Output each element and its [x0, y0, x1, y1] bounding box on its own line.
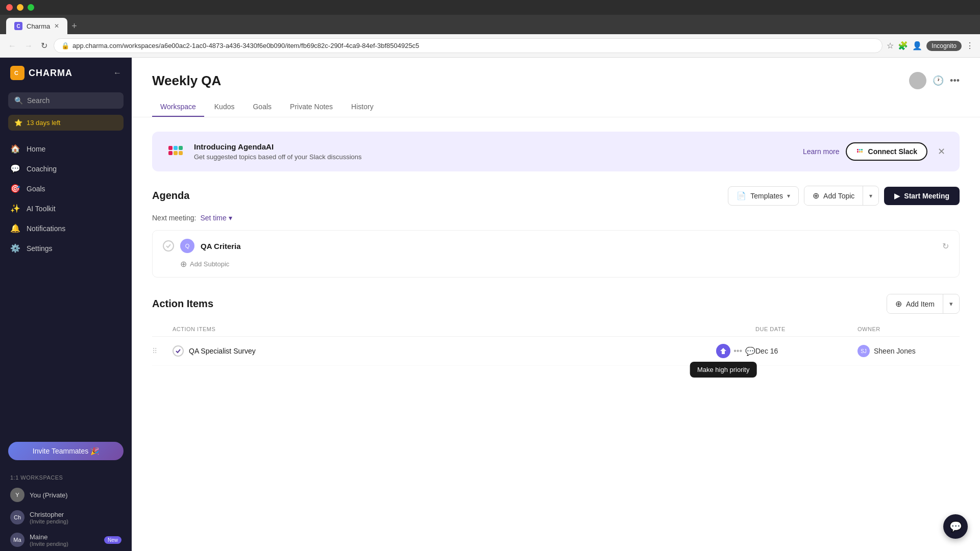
- svg-rect-11: [859, 149, 861, 151]
- you-workspace-name: You (Private): [30, 491, 121, 499]
- menu-button[interactable]: ⋮: [966, 41, 974, 51]
- svg-rect-3: [168, 151, 173, 155]
- tab-goals[interactable]: Goals: [244, 97, 280, 117]
- action-item-content: QA Specialist Survey Make high priority: [173, 344, 755, 358]
- priority-icon: [720, 347, 727, 355]
- sidebar-item-ai-toolkit[interactable]: ✨ AI Toolkit: [0, 198, 132, 218]
- maine-workspace-sub: (Invite pending): [30, 541, 99, 547]
- christopher-workspace-info: Christopher (Invite pending): [30, 511, 121, 524]
- add-item-chevron-button[interactable]: ▾: [943, 295, 959, 312]
- maine-workspace-info: Maine (Invite pending): [30, 533, 99, 547]
- templates-button[interactable]: 📄 Templates ▾: [728, 186, 799, 206]
- chat-fab-button[interactable]: 💬: [943, 514, 968, 539]
- action-item-due-date: Dec 16: [755, 347, 857, 355]
- connect-slack-button[interactable]: Connect Slack: [846, 142, 927, 161]
- tab-title: Charma: [27, 22, 50, 30]
- sidebar-workspace-maine[interactable]: Ma Maine (Invite pending) New: [0, 529, 132, 551]
- learn-more-button[interactable]: Learn more: [803, 147, 840, 156]
- drag-handle-icon[interactable]: ⠿: [152, 347, 173, 355]
- tab-workspace[interactable]: Workspace: [152, 97, 204, 117]
- sidebar-item-notifications-label: Notifications: [27, 224, 65, 233]
- col-drag-header: [152, 326, 173, 332]
- high-priority-button[interactable]: [716, 344, 730, 358]
- add-topic-chevron-button[interactable]: ▾: [863, 188, 878, 204]
- action-row-buttons: Make high priority ••• 💬: [716, 344, 755, 358]
- more-options-button[interactable]: •••: [950, 76, 960, 86]
- active-tab[interactable]: C Charma ✕: [6, 18, 67, 34]
- header-avatar: [909, 72, 926, 89]
- add-subtopic-button[interactable]: ⊕ Add Subtopic: [163, 259, 949, 269]
- back-button[interactable]: ←: [6, 39, 18, 53]
- sidebar-collapse-button[interactable]: ←: [113, 68, 121, 78]
- add-item-button[interactable]: ⊕ Add Item: [887, 294, 943, 313]
- sidebar-item-home-label: Home: [27, 145, 45, 153]
- banner-close-button[interactable]: ✕: [936, 144, 947, 159]
- add-topic-btn-group: ⊕ Add Topic ▾: [804, 186, 879, 206]
- extensions-button[interactable]: 🧩: [898, 41, 908, 51]
- svg-rect-9: [857, 151, 859, 153]
- col-due-date-header: DUE DATE: [755, 326, 857, 332]
- search-box[interactable]: 🔍 Search: [8, 92, 124, 109]
- url-bar[interactable]: 🔒 app.charma.com/workspaces/a6e00ac2-1ac…: [54, 38, 883, 53]
- svg-rect-5: [174, 146, 178, 150]
- browser-chrome: [0, 0, 980, 15]
- start-meeting-icon: ▶: [894, 192, 900, 200]
- profile-button[interactable]: 👤: [912, 41, 922, 51]
- slack-icon: [164, 141, 186, 162]
- history-icon-button[interactable]: 🕐: [933, 75, 944, 86]
- home-icon: 🏠: [10, 144, 20, 154]
- svg-rect-8: [174, 151, 178, 155]
- svg-rect-13: [861, 151, 863, 153]
- coaching-icon: 💬: [10, 164, 20, 173]
- start-meeting-button[interactable]: ▶ Start Meeting: [884, 187, 960, 205]
- set-time-button[interactable]: Set time ▾: [200, 214, 232, 222]
- tab-kudos[interactable]: Kudos: [206, 97, 243, 117]
- add-topic-label: Add Topic: [823, 192, 854, 200]
- sidebar-item-settings[interactable]: ⚙️ Settings: [0, 238, 132, 258]
- sidebar-workspace-you[interactable]: Y You (Private): [0, 484, 132, 506]
- action-item-name: QA Specialist Survey: [189, 347, 256, 355]
- add-topic-plus-icon: ⊕: [813, 191, 819, 201]
- action-items-title: Action Items: [152, 298, 213, 310]
- sidebar-item-goals[interactable]: 🎯 Goals: [0, 179, 132, 198]
- refresh-button[interactable]: ↻: [39, 39, 50, 53]
- tab-history[interactable]: History: [343, 97, 382, 117]
- sidebar-workspace-christopher[interactable]: Ch Christopher (Invite pending): [0, 506, 132, 529]
- next-meeting-label: Next meeting:: [152, 214, 196, 222]
- action-item-check[interactable]: [173, 345, 184, 357]
- owner-name: Sheen Jones: [874, 347, 916, 355]
- sidebar-item-home[interactable]: 🏠 Home: [0, 139, 132, 159]
- connect-slack-label: Connect Slack: [868, 147, 917, 156]
- search-placeholder: Search: [27, 96, 50, 105]
- svg-rect-10: [857, 149, 859, 151]
- action-table: ACTION ITEMS DUE DATE OWNER ⠿ Q: [152, 322, 960, 366]
- sidebar-item-coaching[interactable]: 💬 Coaching: [0, 159, 132, 179]
- add-topic-button[interactable]: ⊕ Add Topic: [804, 186, 863, 205]
- agenda-section-title: Agenda: [152, 190, 189, 202]
- tab-favicon: C: [14, 22, 22, 30]
- add-item-label: Add Item: [906, 300, 935, 308]
- tab-close-icon[interactable]: ✕: [54, 22, 59, 30]
- add-subtopic-label: Add Subtopic: [190, 260, 229, 268]
- trial-badge: ⭐ 13 days left: [8, 115, 124, 131]
- action-item-comment-button[interactable]: 💬: [745, 346, 755, 356]
- priority-btn-wrap: Make high priority: [716, 344, 730, 358]
- templates-label: Templates: [750, 192, 783, 200]
- add-subtopic-plus-icon: ⊕: [180, 259, 187, 269]
- agenda-item-sync-icon[interactable]: ↻: [942, 241, 949, 251]
- app-container: C CHARMA ← 🔍 Search ⭐ 13 days left 🏠 Hom…: [0, 58, 980, 551]
- new-tab-button[interactable]: +: [67, 19, 81, 34]
- agenda-item-check[interactable]: [163, 240, 174, 252]
- url-text: app.charma.com/workspaces/a6e00ac2-1ac0-…: [72, 42, 875, 49]
- invite-teammates-button[interactable]: Invite Teammates 🎉: [8, 442, 124, 460]
- chat-fab-icon: 💬: [949, 520, 962, 533]
- nav-items: 🏠 Home 💬 Coaching 🎯 Goals ✨ AI Toolkit 🔔…: [0, 137, 132, 434]
- templates-chevron-icon: ▾: [787, 192, 790, 199]
- ai-toolkit-icon: ✨: [10, 204, 20, 213]
- tab-private-notes[interactable]: Private Notes: [282, 97, 341, 117]
- bookmark-button[interactable]: ☆: [887, 41, 894, 51]
- forward-button[interactable]: →: [22, 39, 35, 53]
- sidebar-item-notifications[interactable]: 🔔 Notifications: [0, 218, 132, 238]
- sidebar: C CHARMA ← 🔍 Search ⭐ 13 days left 🏠 Hom…: [0, 58, 132, 551]
- action-item-more-button[interactable]: •••: [733, 346, 742, 356]
